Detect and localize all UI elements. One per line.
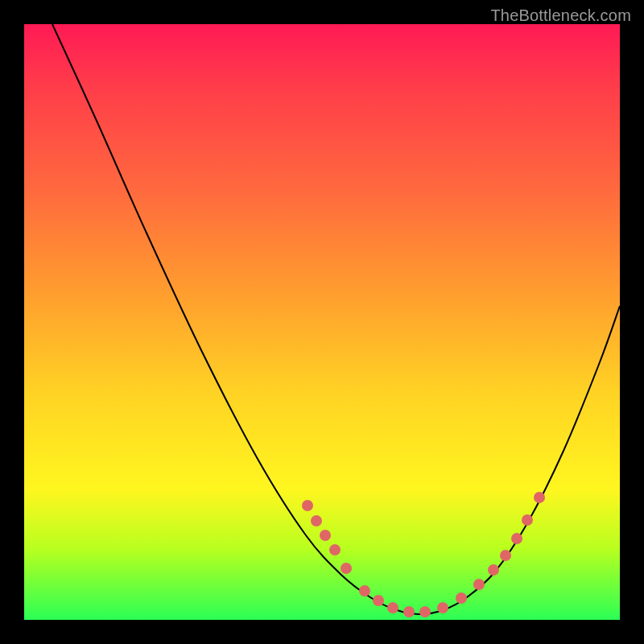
curve-marker <box>437 602 448 613</box>
curve-marker <box>311 515 322 526</box>
curve-marker <box>387 602 398 613</box>
curve-marker <box>419 606 431 617</box>
chart-frame: TheBottleneck.com <box>0 0 644 644</box>
curve-marker <box>359 585 370 597</box>
curve-marker <box>329 544 341 555</box>
curve-marker <box>456 592 467 604</box>
curve-marker <box>488 564 499 576</box>
watermark-text: TheBottleneck.com <box>490 6 631 25</box>
bottleneck-curve <box>52 24 620 614</box>
curve-marker <box>473 579 485 590</box>
plot-area <box>24 24 620 620</box>
curve-marker <box>534 492 545 503</box>
curve-markers <box>302 492 545 617</box>
curve-marker <box>341 563 352 574</box>
curve-marker <box>320 530 331 541</box>
curve-marker <box>302 500 313 511</box>
curve-marker <box>500 550 511 561</box>
curve-marker <box>511 533 522 544</box>
curve-marker <box>403 606 415 617</box>
curve-marker <box>522 514 533 526</box>
chart-svg <box>24 24 620 620</box>
curve-marker <box>373 595 384 606</box>
